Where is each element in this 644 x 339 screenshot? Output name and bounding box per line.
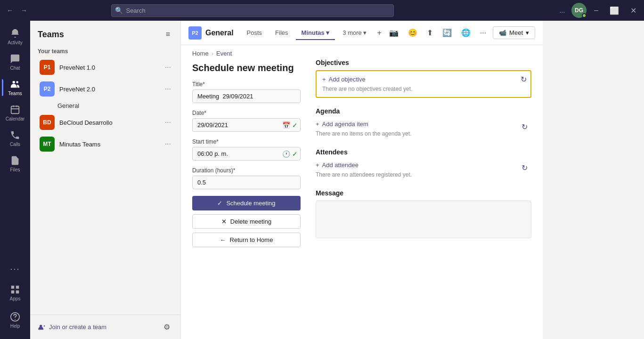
emoji-icon-btn[interactable]: 😊 (405, 26, 420, 39)
return-icon: ← (220, 236, 226, 243)
header-more-btn[interactable]: ··· (477, 27, 489, 39)
channel-header-right: 📷 😊 ⬆ 🔄 🌐 ··· 📹 Meet ▾ (386, 26, 535, 39)
meet-button[interactable]: 📹 Meet ▾ (493, 26, 535, 39)
teams-panel-title: Teams (38, 30, 64, 40)
minimize-button[interactable]: – (590, 5, 602, 16)
chat-icon (10, 54, 20, 64)
channel-general[interactable]: General (30, 100, 180, 112)
svg-point-1 (16, 81, 18, 83)
duration-field-group: Duration (hours)* (192, 167, 301, 189)
schedule-meeting-button[interactable]: ✓ Schedule meeting (192, 196, 301, 210)
return-home-label: Return to Home (230, 236, 273, 243)
breadcrumb-home[interactable]: Home (192, 50, 209, 57)
sidebar-item-more[interactable]: ··· (2, 260, 28, 278)
close-button[interactable]: ✕ (627, 5, 640, 16)
sidebar-label-apps: Apps (10, 296, 21, 301)
sidebar-item-calendar[interactable]: Calendar (2, 101, 28, 125)
duration-input[interactable] (192, 176, 301, 189)
sidebar-item-activity[interactable]: Activity (2, 24, 28, 49)
team-item-prevenet2[interactable]: P2 PreveNet 2.0 ··· (32, 79, 179, 99)
svg-rect-7 (16, 286, 19, 289)
more-button[interactable]: ... (556, 5, 568, 16)
team-item-minutas[interactable]: MT Minutas Teams ··· (32, 134, 179, 154)
team-name-prevenet2: PreveNet 2.0 (59, 86, 165, 93)
join-team-button[interactable]: Join or create a team (38, 323, 106, 331)
team-name-minutas: Minutas Teams (59, 141, 165, 148)
sidebar-item-files[interactable]: Files (2, 152, 28, 176)
team-item-prevenet1[interactable]: P1 PreveNet 1.0 ··· (32, 57, 179, 78)
team-more-prevenet2[interactable]: ··· (165, 85, 171, 93)
filter-button[interactable]: ≡ (163, 28, 173, 40)
teams-panel-header: Teams ≡ (30, 21, 180, 44)
add-objective-button[interactable]: + Add objective (322, 76, 525, 83)
back-button[interactable]: ← (4, 5, 16, 16)
attendees-section: Attendees + Add attendee There are no at… (316, 148, 531, 180)
sidebar-item-chat[interactable]: Chat (2, 50, 28, 74)
start-time-label: Start time* (192, 138, 301, 145)
help-icon (10, 312, 20, 322)
sidebar-item-help[interactable]: Help (2, 308, 28, 332)
teams-panel: Teams ≡ Your teams P1 PreveNet 1.0 ··· P… (30, 21, 181, 339)
join-icon (38, 323, 45, 331)
team-more-prevenet1[interactable]: ··· (165, 63, 171, 72)
calls-icon (10, 130, 20, 140)
breadcrumb-event[interactable]: Event (216, 50, 232, 57)
sidebar-item-apps[interactable]: Apps (2, 281, 28, 305)
tab-minutas[interactable]: Minutas ▾ (296, 26, 335, 40)
maximize-button[interactable]: ⬜ (606, 5, 623, 16)
message-input[interactable] (316, 201, 531, 238)
title-input[interactable] (192, 89, 301, 103)
teams-panel-footer: Join or create a team ⚙ (30, 315, 180, 339)
main-content: P2 General Posts Files Minutas ▾ 3 more … (181, 21, 543, 339)
add-agenda-icon: + (316, 121, 319, 128)
objectives-empty-text: There are no objectives created yet. (322, 86, 525, 92)
breadcrumb-sep: › (212, 50, 213, 57)
attendees-title: Attendees (316, 148, 531, 156)
add-agenda-label: Add agenda item (322, 121, 368, 128)
sidebar-label-chat: Chat (10, 65, 20, 71)
add-attendee-icon: + (316, 161, 319, 169)
sidebar-label-activity: Activity (8, 40, 23, 45)
date-field-group: Date* 📅 ✓ (192, 110, 301, 132)
team-more-becloud[interactable]: ··· (165, 118, 171, 127)
search-input[interactable] (111, 4, 394, 17)
agenda-refresh-icon[interactable]: ↻ (522, 122, 528, 131)
sidebar-label-calls: Calls (10, 142, 20, 147)
refresh-icon-btn[interactable]: 🔄 (440, 26, 455, 39)
search-icon: 🔍 (115, 7, 123, 14)
nav-buttons: ← → (4, 5, 30, 16)
schedule-check-icon: ✓ (217, 200, 222, 207)
teams-icon (10, 79, 20, 89)
tab-files[interactable]: Files (269, 26, 293, 40)
objectives-title: Objectives (316, 59, 531, 66)
join-team-label: Join or create a team (49, 323, 106, 331)
delete-meeting-button[interactable]: ✕ Delete meeting (192, 214, 301, 229)
sidebar-item-calls[interactable]: Calls (2, 126, 28, 151)
add-attendee-button[interactable]: + Add attendee (316, 161, 531, 169)
sidebar-item-teams[interactable]: Teams (2, 75, 28, 100)
channel-name: General (205, 29, 234, 37)
globe-icon-btn[interactable]: 🌐 (458, 26, 473, 39)
tab-posts[interactable]: Posts (241, 26, 268, 40)
expand-icon-btn[interactable]: ⬆ (424, 26, 436, 39)
objectives-refresh-icon[interactable]: ↻ (521, 75, 527, 84)
tab-more[interactable]: 3 more ▾ (337, 26, 372, 40)
delete-icon: ✕ (221, 218, 227, 225)
forward-button[interactable]: → (18, 5, 30, 16)
add-tab-button[interactable]: + (374, 27, 384, 39)
team-name-prevenet1: PreveNet 1.0 (59, 64, 165, 71)
team-more-minutas[interactable]: ··· (165, 140, 171, 148)
add-agenda-button[interactable]: + Add agenda item (316, 121, 531, 128)
team-item-becloud[interactable]: BD BeCloud Desarrollo ··· (32, 112, 179, 133)
duration-label: Duration (hours)* (192, 167, 301, 174)
return-home-button[interactable]: ← Return to Home (192, 233, 301, 247)
video-icon: 📹 (499, 29, 506, 36)
agenda-section: Agenda + Add agenda item There are no it… (316, 107, 531, 139)
start-time-field-group: Start time* 🕐 ✓ (192, 138, 301, 161)
camera-icon-btn[interactable]: 📷 (386, 26, 401, 39)
svg-rect-8 (11, 291, 14, 293)
settings-button[interactable]: ⚙ (161, 321, 173, 333)
attendees-refresh-icon[interactable]: ↻ (522, 163, 528, 172)
avatar[interactable]: DG (571, 3, 587, 18)
team-name-becloud: BeCloud Desarrollo (59, 119, 165, 126)
